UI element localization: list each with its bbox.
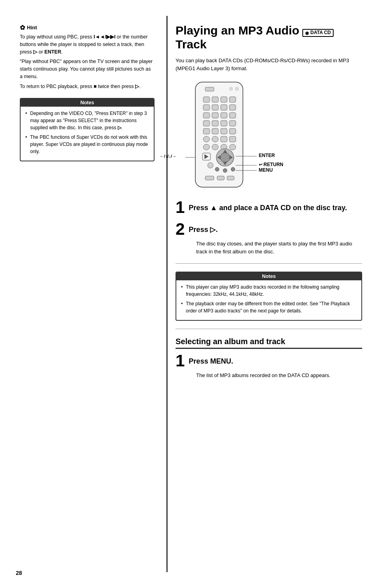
label-return: ↩ RETURN [259, 162, 283, 167]
svg-point-35 [220, 153, 230, 162]
sub-step1-number: 1 [176, 352, 185, 369]
svg-rect-1 [205, 87, 214, 91]
step1-title: Press ▲ and place a DATA CD on the disc … [189, 201, 347, 213]
svg-rect-9 [212, 105, 218, 110]
step1-number: 1 [176, 199, 185, 216]
svg-rect-16 [203, 121, 210, 126]
left-column: ✿ Hint To play without using PBC, press … [0, 16, 166, 572]
right-note-item-2: The playback order may be different from… [181, 300, 357, 314]
hint-section: ✿ Hint To play without using PBC, press … [20, 24, 155, 90]
step2-desc: The disc tray closes, and the player sta… [196, 240, 362, 255]
badge-text: DATA CD [310, 30, 331, 36]
right-column: Playing an MP3 AudioTrack ◉ DATA CD You … [166, 16, 378, 572]
hint-label: Hint [27, 25, 37, 31]
svg-rect-17 [212, 121, 218, 126]
svg-rect-24 [203, 136, 210, 142]
svg-rect-28 [203, 144, 210, 150]
label-arrows: ←/↑/↓/→ [160, 154, 176, 159]
page-number: 28 [16, 570, 22, 576]
svg-rect-21 [212, 128, 218, 134]
left-notes-content: Depending on the VIDEO CD, "Press ENTER"… [21, 107, 154, 161]
svg-rect-45 [217, 176, 224, 180]
left-note-item-2: The PBC functions of Super VCDs do not w… [25, 134, 149, 155]
label-enter: ENTER [259, 153, 275, 158]
svg-point-43 [231, 167, 235, 171]
svg-point-2 [229, 87, 233, 90]
svg-point-3 [235, 87, 239, 90]
svg-rect-18 [221, 121, 227, 126]
right-notes-header: Notes [176, 272, 361, 280]
cd-icon: ◉ [305, 31, 309, 36]
sub-step1-header: 1 Press MENU. [176, 354, 362, 369]
svg-rect-25 [212, 136, 218, 142]
sub-step1-desc: The list of MP3 albums recorded on the D… [196, 372, 362, 379]
svg-rect-8 [203, 105, 210, 110]
svg-rect-44 [205, 176, 214, 180]
svg-rect-7 [229, 97, 236, 102]
svg-rect-29 [212, 144, 218, 150]
subsection-selecting: Selecting an album and track 1 Press MEN… [176, 337, 362, 379]
step2-title: Press ▷. [189, 223, 218, 234]
hint-para-1: To play without using PBC, press I◄◄/▶▶I… [20, 33, 155, 56]
svg-rect-26 [221, 136, 227, 142]
svg-rect-11 [229, 105, 236, 110]
sub-step1-section: 1 Press MENU. The list of MP3 albums rec… [176, 354, 362, 379]
step1-section: 1 Press ▲ and place a DATA CD on the dis… [176, 201, 362, 216]
subsection-title: Selecting an album and track [176, 337, 362, 349]
svg-rect-22 [221, 128, 227, 134]
title-text: Playing an MP3 AudioTrack [176, 24, 299, 51]
divider-1 [176, 263, 362, 264]
return-icon: ↩ [259, 162, 262, 167]
sub-step1-title: Press MENU. [189, 354, 233, 366]
svg-rect-4 [203, 97, 210, 102]
svg-rect-46 [227, 176, 234, 180]
hint-icon: ✿ [20, 24, 25, 31]
svg-rect-5 [212, 97, 218, 102]
svg-rect-20 [203, 128, 210, 134]
remote-svg [183, 80, 259, 191]
label-menu: MENU [259, 167, 273, 173]
svg-rect-12 [203, 113, 210, 118]
divider-2 [176, 329, 362, 329]
data-cd-badge: ◉ DATA CD [302, 29, 334, 37]
step2-header: 2 Press ▷. [176, 223, 362, 237]
right-notes-content: This player can play MP3 audio tracks re… [176, 280, 361, 320]
hint-para-3: To return to PBC playback, press ■ twice… [20, 83, 155, 90]
remote-illustration: ENTER ↩ RETURN MENU ←/↑/↓/→ [183, 80, 362, 191]
svg-rect-27 [229, 136, 236, 142]
left-notes-header: Notes [21, 99, 154, 107]
svg-rect-10 [221, 105, 227, 110]
svg-rect-19 [229, 121, 236, 126]
svg-point-40 [208, 163, 213, 168]
svg-point-42 [223, 169, 227, 172]
right-note-item-1: This player can play MP3 audio tracks re… [181, 283, 357, 298]
svg-rect-14 [221, 113, 227, 118]
right-notes-box: Notes This player can play MP3 audio tra… [176, 272, 362, 321]
step2-number: 2 [176, 221, 185, 237]
svg-rect-6 [221, 97, 227, 102]
step2-section: 2 Press ▷. The disc tray closes, and the… [176, 223, 362, 255]
svg-rect-15 [229, 113, 236, 118]
intro-text: You can play back DATA CDs (CD-ROMs/CD-R… [176, 57, 362, 72]
svg-rect-13 [212, 113, 218, 118]
step1-header: 1 Press ▲ and place a DATA CD on the dis… [176, 201, 362, 216]
main-title: Playing an MP3 AudioTrack ◉ DATA CD [176, 24, 362, 51]
svg-rect-31 [229, 144, 236, 150]
hint-title: ✿ Hint [20, 24, 155, 31]
svg-rect-23 [229, 128, 236, 134]
hint-para-2: "Play without PBC" appears on the TV scr… [20, 58, 155, 80]
left-notes-box: Notes Depending on the VIDEO CD, "Press … [20, 98, 155, 161]
svg-point-41 [215, 167, 219, 171]
left-note-item-1: Depending on the VIDEO CD, "Press ENTER"… [25, 110, 149, 131]
